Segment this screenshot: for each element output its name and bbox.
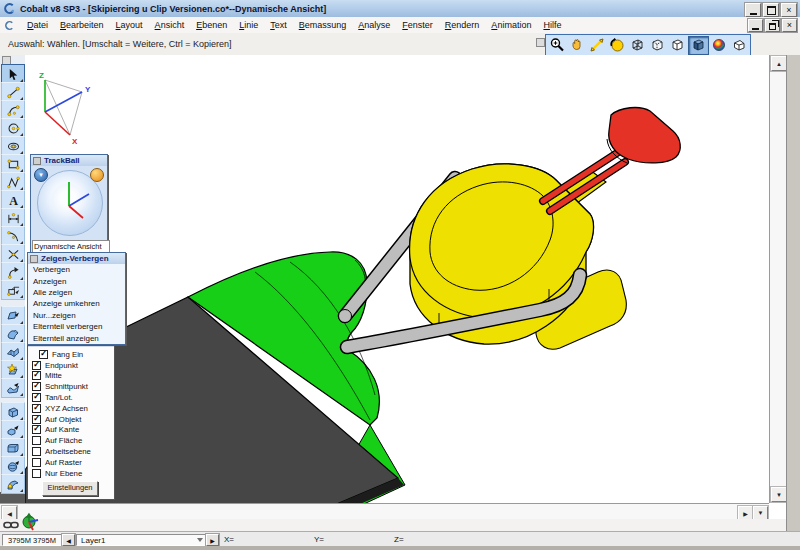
menu-layout[interactable]: Layout bbox=[110, 18, 149, 32]
layer-prev-button[interactable]: ◀ bbox=[62, 534, 75, 546]
checkbox[interactable] bbox=[32, 382, 41, 391]
menu-ansicht[interactable]: Ansicht bbox=[149, 18, 191, 32]
tool-solid-extrude[interactable] bbox=[1, 420, 25, 440]
vertical-scrollbar[interactable]: ▲ ▼ bbox=[769, 55, 787, 503]
scroll-left-button[interactable]: ◀ bbox=[2, 506, 17, 520]
horizontal-scrollbar[interactable]: ◀ ▶ ▼ bbox=[0, 503, 769, 520]
pan-tool-button[interactable] bbox=[568, 37, 587, 54]
snap-row-endpunkt[interactable]: Endpunkt bbox=[32, 360, 78, 371]
menu-linie[interactable]: Linie bbox=[233, 18, 264, 32]
menu-item-elternteil-anzeigen[interactable]: Elternteil anzeigen bbox=[28, 332, 125, 343]
close-button[interactable]: × bbox=[781, 3, 797, 17]
menu-item-nur-zeigen[interactable]: Nur...zeigen bbox=[28, 310, 125, 321]
menu-datei[interactable]: Datei bbox=[21, 18, 54, 32]
3d-model-canvas[interactable]: Z Y X bbox=[25, 55, 769, 503]
checkbox[interactable] bbox=[32, 436, 41, 445]
menu-bearbeiten[interactable]: Bearbeiten bbox=[54, 18, 110, 32]
zoom-tool-button[interactable] bbox=[548, 37, 567, 54]
snap-row-arbeitsebene[interactable]: Arbeitsebene bbox=[32, 446, 91, 457]
menu-rendern[interactable]: Rendern bbox=[439, 18, 486, 32]
show-hide-menu-header[interactable]: Zeigen-Verbergen bbox=[28, 253, 125, 264]
snap-row-auf-objekt[interactable]: Auf Objekt bbox=[32, 414, 81, 425]
snap-row-mitte[interactable]: Mitte bbox=[32, 371, 62, 382]
scroll-down-button[interactable]: ▼ bbox=[771, 487, 787, 502]
hiddenline-mode-button[interactable] bbox=[648, 37, 667, 54]
palette-close-box[interactable] bbox=[33, 157, 41, 165]
tool-solid-sweep[interactable] bbox=[1, 474, 25, 494]
menu-item-alle-zeigen[interactable]: Alle zeigen bbox=[28, 287, 125, 298]
trackball-sphere-area[interactable]: ▾ bbox=[31, 166, 107, 240]
menu-item-anzeige-umkehren[interactable]: Anzeige umkehren bbox=[28, 298, 125, 309]
tool-solid-revolve[interactable] bbox=[1, 456, 25, 476]
snap-row-nur-ebene[interactable]: Nur Ebene bbox=[32, 468, 82, 479]
snap-row-schnittpunkt[interactable]: Schnittpunkt bbox=[32, 381, 88, 392]
tool-surface-cover[interactable] bbox=[1, 324, 25, 344]
snap-row-tan-lot[interactable]: Tan/Lot. bbox=[32, 392, 73, 403]
layer-combobox[interactable]: Layer1 bbox=[76, 534, 206, 546]
scroll-corner-button[interactable]: ▼ bbox=[753, 506, 768, 520]
tool-spline[interactable] bbox=[1, 172, 25, 192]
tool-offset[interactable] bbox=[1, 262, 25, 282]
menu-bemassung[interactable]: Bemassung bbox=[293, 18, 353, 32]
mdi-minimize-button[interactable] bbox=[748, 19, 763, 32]
orbit-tool-button[interactable] bbox=[608, 37, 627, 54]
tool-solid-box[interactable] bbox=[1, 402, 25, 422]
checkbox[interactable] bbox=[39, 350, 48, 359]
shaded-mode-button[interactable] bbox=[688, 36, 709, 55]
trackball-mode-icon[interactable] bbox=[90, 168, 104, 182]
menu-ebenen[interactable]: Ebenen bbox=[190, 18, 233, 32]
tool-surface-wave[interactable] bbox=[1, 378, 25, 398]
tool-circle[interactable] bbox=[1, 118, 25, 138]
tool-line[interactable] bbox=[1, 82, 25, 102]
snap-row-auf-flaeche[interactable]: Auf Fläche bbox=[32, 435, 82, 446]
tool-surface-extrude[interactable] bbox=[1, 306, 25, 326]
toolbar-grip[interactable] bbox=[536, 38, 545, 47]
checkbox[interactable] bbox=[32, 447, 41, 456]
snap-row-auf-raster[interactable]: Auf Raster bbox=[32, 457, 82, 468]
menu-item-elternteil-verbergen[interactable]: Elternteil verbergen bbox=[28, 321, 125, 332]
scroll-up-button[interactable]: ▲ bbox=[771, 56, 787, 71]
menu-analyse[interactable]: Analyse bbox=[352, 18, 396, 32]
unshaded-mode-button[interactable] bbox=[668, 37, 687, 54]
checkbox[interactable] bbox=[32, 415, 41, 424]
settings-button[interactable]: Einstellungen bbox=[42, 481, 98, 496]
tool-select[interactable] bbox=[1, 64, 25, 84]
tool-trim[interactable] bbox=[1, 244, 25, 264]
menu-item-anzeigen[interactable]: Anzeigen bbox=[28, 275, 125, 286]
wireframe-mode-button[interactable] bbox=[628, 37, 647, 54]
tool-surface-magic[interactable] bbox=[1, 360, 25, 380]
checkbox[interactable] bbox=[32, 371, 41, 380]
tool-arc[interactable] bbox=[1, 100, 25, 120]
layer-next-button[interactable]: ▶ bbox=[206, 534, 219, 546]
menu-text[interactable]: Text bbox=[264, 18, 293, 32]
tool-text[interactable]: A bbox=[1, 190, 25, 210]
snap-row-fang-ein[interactable]: Fang Ein bbox=[39, 349, 83, 360]
checkbox[interactable] bbox=[32, 361, 41, 370]
checkbox[interactable] bbox=[32, 404, 41, 413]
tool-solid-slab[interactable] bbox=[1, 438, 25, 458]
tool-move-3d[interactable] bbox=[1, 280, 25, 300]
tool-dimension[interactable] bbox=[1, 208, 25, 228]
snap-row-xyz-achsen[interactable]: XYZ Achsen bbox=[32, 403, 88, 414]
viewport-3d[interactable]: Z Y X bbox=[25, 55, 769, 503]
render-mode-button[interactable] bbox=[710, 37, 729, 54]
mdi-restore-button[interactable] bbox=[765, 19, 780, 32]
snap-row-auf-kante[interactable]: Auf Kante bbox=[32, 425, 79, 436]
checkbox[interactable] bbox=[32, 393, 41, 402]
perspective-mode-button[interactable] bbox=[730, 37, 749, 54]
tool-ellipse[interactable] bbox=[1, 136, 25, 156]
menu-animation[interactable]: Animation bbox=[485, 18, 537, 32]
checkbox[interactable] bbox=[32, 458, 41, 467]
tool-surface-fold[interactable] bbox=[1, 342, 25, 362]
checkbox[interactable] bbox=[32, 425, 41, 434]
minimize-button[interactable] bbox=[745, 3, 761, 17]
tool-rectangle[interactable] bbox=[1, 154, 25, 174]
checkbox[interactable] bbox=[32, 469, 41, 478]
mdi-close-button[interactable]: × bbox=[782, 19, 797, 32]
trackball-header[interactable]: TrackBall bbox=[31, 155, 107, 166]
tool-fillet[interactable] bbox=[1, 226, 25, 246]
menu-fenster[interactable]: Fenster bbox=[396, 18, 439, 32]
menu-hilfe[interactable]: Hilfe bbox=[537, 18, 567, 32]
menu-item-verbergen[interactable]: Verbergen bbox=[28, 264, 125, 275]
trackball-palette[interactable]: TrackBall ▾ Dynamische Ansicht bbox=[30, 154, 108, 253]
